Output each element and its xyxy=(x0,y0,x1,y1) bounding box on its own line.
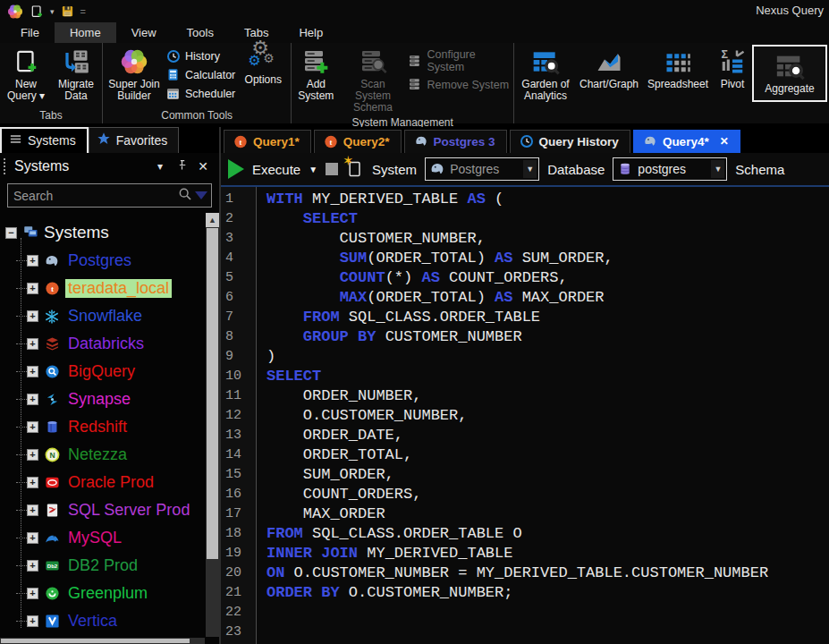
greenplum-icon xyxy=(44,586,60,602)
expand-box-icon[interactable]: + xyxy=(27,338,38,350)
menu-help[interactable]: Help xyxy=(283,22,338,43)
code-editor[interactable]: 1234567891011121314151617181920212223 WI… xyxy=(221,187,829,644)
query-tab-query-history[interactable]: Query History xyxy=(510,130,630,153)
list-icon xyxy=(9,132,22,148)
query-tab-postgres-3[interactable]: Postgres 3 xyxy=(404,130,507,153)
expand-box-icon[interactable]: + xyxy=(27,255,38,267)
tree-item-postgres[interactable]: +Postgres xyxy=(5,247,219,275)
search-icon[interactable] xyxy=(178,187,192,204)
options-button[interactable]: ⚙⚙⚙Options xyxy=(237,45,289,89)
new-tab-icon[interactable] xyxy=(30,3,44,21)
query-tab-query1[interactable]: tQuery1* xyxy=(224,130,311,153)
tree-item-greenplum[interactable]: +Greenplum xyxy=(5,580,219,607)
tree-item-synapse[interactable]: +Synapse xyxy=(5,386,219,413)
menu-tools[interactable]: Tools xyxy=(172,22,229,43)
scroll-up-icon[interactable]: ▲ xyxy=(206,213,219,227)
scan-system-schema-button[interactable]: Scan System Schema xyxy=(340,45,405,116)
tree-item-snowflake[interactable]: +Snowflake xyxy=(5,302,219,330)
configure-system-button[interactable]: Configure System xyxy=(408,48,512,73)
tree-item-label: Oracle Prod xyxy=(65,473,156,492)
close-panel-icon[interactable]: ✕ xyxy=(196,159,210,174)
tree-item-db2-prod[interactable]: +Db2DB2 Prod xyxy=(5,552,219,580)
pin-icon[interactable] xyxy=(174,159,189,174)
pivot-button[interactable]: ΣPivot xyxy=(715,45,750,93)
scrollbar-thumb[interactable] xyxy=(1,639,190,643)
aggregate-button[interactable]: Aggregate xyxy=(752,45,827,102)
sidebar-tab-systems[interactable]: Systems xyxy=(0,127,89,153)
expand-box-icon[interactable]: + xyxy=(27,366,38,377)
search-filter-dropdown-icon[interactable] xyxy=(195,191,207,199)
chevron-down-icon[interactable]: ▾ xyxy=(153,160,167,173)
expand-box-icon[interactable]: + xyxy=(27,477,38,488)
migrate-data-button[interactable]: Migrate Data xyxy=(52,45,100,105)
save-icon[interactable] xyxy=(61,3,74,21)
app-window: ▾ = Nexus Query FileHomeViewToolsTabsHel… xyxy=(0,0,829,644)
new-query-button[interactable]: New Query ▾ xyxy=(2,45,50,105)
execute-dropdown-icon[interactable]: ▼ xyxy=(309,165,317,174)
chart-graph-button[interactable]: Chart/Graph xyxy=(577,45,641,93)
remove-system-button[interactable]: Remove System xyxy=(408,77,512,92)
expand-box-icon[interactable]: + xyxy=(27,310,38,322)
tab-label: Query History xyxy=(539,135,619,148)
combo-dropdown-icon[interactable]: ▼ xyxy=(523,160,537,178)
query-tab-query4[interactable]: Query4*✕ xyxy=(633,130,740,153)
system-combobox[interactable]: Postgres ▼ xyxy=(425,157,539,181)
sidebar-horizontal-scrollbar[interactable] xyxy=(0,638,205,644)
menu-file[interactable]: File xyxy=(5,22,55,43)
scrollbar-thumb[interactable] xyxy=(207,228,218,559)
history-button[interactable]: History xyxy=(165,48,235,64)
expand-box-icon[interactable]: + xyxy=(27,283,38,294)
customize-icon[interactable]: = xyxy=(80,6,86,17)
add-system-button[interactable]: Add System xyxy=(293,45,338,105)
tab-label: Query2* xyxy=(343,135,390,148)
new-query-page-icon[interactable]: ✶ xyxy=(346,159,364,179)
query-tab-query2[interactable]: tQuery2* xyxy=(314,130,402,153)
tree-item-mysql[interactable]: +MySQL xyxy=(5,524,219,552)
sidebar-tab-favorites[interactable]: Favorites xyxy=(89,127,180,153)
scheduler-button[interactable]: Scheduler xyxy=(165,86,235,101)
tree-item-redshift[interactable]: +Redshift xyxy=(5,413,219,441)
search-input[interactable] xyxy=(13,189,178,203)
menu-view[interactable]: View xyxy=(116,22,172,43)
database-combobox[interactable]: postgres ▼ xyxy=(613,157,727,181)
expand-box-icon[interactable]: + xyxy=(27,504,38,516)
app-logo-icon[interactable] xyxy=(7,3,23,21)
expand-box-icon[interactable]: + xyxy=(27,394,38,405)
tree-item-netezza[interactable]: +NNetezza xyxy=(5,441,219,469)
code-line: COUNT(*) AS COUNT_ORDERS, xyxy=(266,268,829,288)
menu-home[interactable]: Home xyxy=(55,22,116,43)
spreadsheet-button[interactable]: Spreadsheet xyxy=(643,45,713,93)
tree-item-label: Vertica xyxy=(65,612,120,631)
code-lines[interactable]: WITH MY_DERIVED_TABLE AS ( SELECT CUSTOM… xyxy=(257,187,829,644)
calculator-icon xyxy=(165,67,181,82)
execute-label[interactable]: Execute xyxy=(252,162,300,177)
code-line: ORDER_TOTAL, xyxy=(266,445,829,465)
tree-item-oracle-prod[interactable]: +Oracle Prod xyxy=(5,469,219,496)
garden-of-analytics-button[interactable]: Garden of Analytics xyxy=(516,45,575,105)
combo-dropdown-icon[interactable]: ▼ xyxy=(711,160,724,178)
calculator-button[interactable]: Calculator xyxy=(165,67,235,82)
pivot-icon: Σ xyxy=(719,47,746,76)
sidebar-vertical-scrollbar[interactable]: ▲ xyxy=(206,213,219,637)
expand-box-icon[interactable]: + xyxy=(27,421,38,433)
expand-box-icon[interactable]: + xyxy=(27,532,38,544)
dropdown-caret-icon[interactable]: ▾ xyxy=(50,7,55,16)
tree-item-bigquery[interactable]: +BigQuery xyxy=(5,358,219,386)
tree-root-systems[interactable]: − Systems xyxy=(5,218,219,247)
stop-button[interactable] xyxy=(326,163,338,175)
expand-box-icon[interactable]: + xyxy=(27,449,38,461)
execute-button[interactable] xyxy=(228,159,244,179)
super-join-builder-button[interactable]: Super Join Builder xyxy=(105,45,164,105)
expand-box-icon[interactable]: + xyxy=(27,615,38,627)
code-line: CUSTOMER_NUMBER, xyxy=(266,229,829,249)
expand-box-icon[interactable]: + xyxy=(27,560,38,572)
editor-pane: tQuery1*tQuery2*Postgres 3Query HistoryQ… xyxy=(221,127,829,644)
tree-item-sql-server-prod[interactable]: +SQL Server Prod xyxy=(5,496,219,524)
expand-box-icon[interactable]: + xyxy=(27,588,38,599)
tree-item-teradata-local[interactable]: +tteradata_local xyxy=(5,275,219,302)
tree-item-databricks[interactable]: +Databricks xyxy=(5,330,219,358)
collapse-box-icon[interactable]: − xyxy=(5,227,17,239)
drag-grip-icon[interactable] xyxy=(4,158,7,174)
close-tab-icon[interactable]: ✕ xyxy=(720,135,729,148)
tree-item-vertica[interactable]: +Vertica xyxy=(5,607,219,635)
